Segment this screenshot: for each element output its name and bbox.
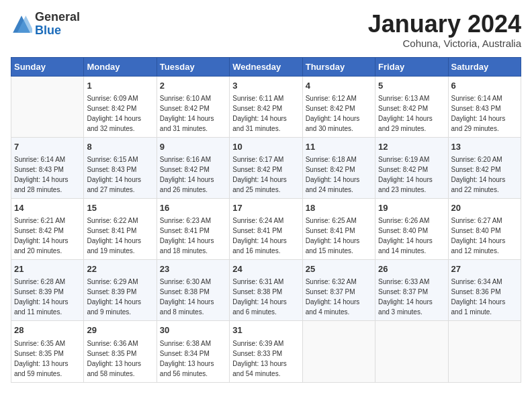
day-number: 29	[87, 324, 153, 336]
day-info: Sunrise: 6:12 AMSunset: 8:42 PMDaylight:…	[306, 93, 372, 134]
day-number: 11	[306, 141, 372, 153]
day-info: Sunrise: 6:26 AMSunset: 8:40 PMDaylight:…	[378, 216, 445, 256]
day-number: 22	[87, 263, 153, 275]
calendar-table: SundayMondayTuesdayWednesdayThursdayFrid…	[11, 57, 521, 383]
day-number: 17	[232, 202, 299, 214]
calendar-cell: 6Sunrise: 6:14 AMSunset: 8:43 PMDaylight…	[448, 76, 521, 137]
calendar-cell: 8Sunrise: 6:15 AMSunset: 8:43 PMDaylight…	[84, 137, 157, 198]
day-info: Sunrise: 6:39 AMSunset: 8:33 PMDaylight:…	[232, 338, 299, 379]
calendar-cell: 24Sunrise: 6:31 AMSunset: 8:38 PMDayligh…	[230, 260, 302, 321]
day-info: Sunrise: 6:24 AMSunset: 8:41 PMDaylight:…	[232, 216, 299, 256]
day-number: 31	[232, 324, 299, 336]
logo-blue: Blue	[35, 24, 61, 37]
calendar-cell	[448, 321, 521, 382]
calendar-cell: 11Sunrise: 6:18 AMSunset: 8:42 PMDayligh…	[302, 137, 375, 198]
calendar-cell	[11, 76, 84, 137]
day-info: Sunrise: 6:11 AMSunset: 8:42 PMDaylight:…	[232, 93, 299, 134]
calendar-cell: 22Sunrise: 6:29 AMSunset: 8:39 PMDayligh…	[84, 260, 157, 321]
day-info: Sunrise: 6:35 AMSunset: 8:35 PMDaylight:…	[14, 338, 81, 379]
calendar-cell: 26Sunrise: 6:33 AMSunset: 8:37 PMDayligh…	[375, 260, 448, 321]
day-info: Sunrise: 6:10 AMSunset: 8:42 PMDaylight:…	[160, 93, 226, 134]
day-number: 19	[378, 202, 445, 214]
calendar-cell: 4Sunrise: 6:12 AMSunset: 8:42 PMDaylight…	[302, 76, 375, 137]
day-info: Sunrise: 6:18 AMSunset: 8:42 PMDaylight:…	[306, 154, 372, 195]
day-number: 30	[160, 324, 226, 336]
day-number: 1	[87, 80, 153, 92]
title-block: January 2024 Cohuna, Victoria, Australia	[368, 11, 521, 49]
day-number: 27	[451, 263, 518, 275]
calendar-cell: 10Sunrise: 6:17 AMSunset: 8:42 PMDayligh…	[230, 137, 302, 198]
day-number: 8	[87, 141, 153, 153]
logo-icon	[11, 13, 32, 35]
calendar-cell: 28Sunrise: 6:35 AMSunset: 8:35 PMDayligh…	[11, 321, 84, 382]
day-info: Sunrise: 6:23 AMSunset: 8:41 PMDaylight:…	[160, 216, 226, 256]
week-row-5: 28Sunrise: 6:35 AMSunset: 8:35 PMDayligh…	[11, 321, 521, 382]
calendar-cell: 17Sunrise: 6:24 AMSunset: 8:41 PMDayligh…	[230, 198, 302, 259]
day-number: 7	[14, 141, 81, 153]
weekday-header-friday: Friday	[375, 57, 448, 76]
calendar-cell: 16Sunrise: 6:23 AMSunset: 8:41 PMDayligh…	[157, 198, 229, 259]
logo: General Blue	[11, 11, 80, 38]
day-info: Sunrise: 6:34 AMSunset: 8:36 PMDaylight:…	[451, 277, 518, 317]
calendar-cell: 23Sunrise: 6:30 AMSunset: 8:38 PMDayligh…	[157, 260, 229, 321]
week-row-4: 21Sunrise: 6:28 AMSunset: 8:39 PMDayligh…	[11, 260, 521, 321]
location: Cohuna, Victoria, Australia	[368, 38, 521, 49]
calendar-cell: 25Sunrise: 6:32 AMSunset: 8:37 PMDayligh…	[302, 260, 375, 321]
day-info: Sunrise: 6:20 AMSunset: 8:42 PMDaylight:…	[451, 154, 518, 195]
calendar-cell: 21Sunrise: 6:28 AMSunset: 8:39 PMDayligh…	[11, 260, 84, 321]
day-number: 25	[306, 263, 372, 275]
day-info: Sunrise: 6:19 AMSunset: 8:42 PMDaylight:…	[378, 154, 445, 195]
calendar-cell: 9Sunrise: 6:16 AMSunset: 8:42 PMDaylight…	[157, 137, 229, 198]
day-info: Sunrise: 6:13 AMSunset: 8:42 PMDaylight:…	[378, 93, 445, 134]
calendar-cell: 3Sunrise: 6:11 AMSunset: 8:42 PMDaylight…	[230, 76, 302, 137]
day-number: 13	[451, 141, 518, 153]
day-info: Sunrise: 6:25 AMSunset: 8:41 PMDaylight:…	[306, 216, 372, 256]
day-info: Sunrise: 6:14 AMSunset: 8:43 PMDaylight:…	[14, 154, 81, 195]
day-number: 23	[160, 263, 226, 275]
day-info: Sunrise: 6:38 AMSunset: 8:34 PMDaylight:…	[160, 338, 226, 379]
calendar-cell: 12Sunrise: 6:19 AMSunset: 8:42 PMDayligh…	[375, 137, 448, 198]
day-info: Sunrise: 6:30 AMSunset: 8:38 PMDaylight:…	[160, 277, 226, 317]
day-number: 12	[378, 141, 445, 153]
calendar-cell: 2Sunrise: 6:10 AMSunset: 8:42 PMDaylight…	[157, 76, 229, 137]
day-number: 21	[14, 263, 81, 275]
day-info: Sunrise: 6:14 AMSunset: 8:43 PMDaylight:…	[451, 93, 518, 134]
calendar-cell: 29Sunrise: 6:36 AMSunset: 8:35 PMDayligh…	[84, 321, 157, 382]
weekday-header-tuesday: Tuesday	[157, 57, 229, 76]
day-number: 18	[306, 202, 372, 214]
weekday-header-wednesday: Wednesday	[230, 57, 302, 76]
day-info: Sunrise: 6:33 AMSunset: 8:37 PMDaylight:…	[378, 277, 445, 317]
calendar-cell: 30Sunrise: 6:38 AMSunset: 8:34 PMDayligh…	[157, 321, 229, 382]
day-number: 24	[232, 263, 299, 275]
logo-text: General Blue	[35, 11, 80, 38]
day-number: 4	[306, 80, 372, 92]
day-info: Sunrise: 6:32 AMSunset: 8:37 PMDaylight:…	[306, 277, 372, 317]
calendar-cell: 7Sunrise: 6:14 AMSunset: 8:43 PMDaylight…	[11, 137, 84, 198]
calendar-cell	[302, 321, 375, 382]
day-number: 3	[232, 80, 299, 92]
day-number: 15	[87, 202, 153, 214]
calendar-cell	[375, 321, 448, 382]
page-header: General Blue January 2024 Cohuna, Victor…	[11, 11, 521, 49]
weekday-header-thursday: Thursday	[302, 57, 375, 76]
day-number: 6	[451, 80, 518, 92]
day-info: Sunrise: 6:15 AMSunset: 8:43 PMDaylight:…	[87, 154, 153, 195]
weekday-header-sunday: Sunday	[11, 57, 84, 76]
day-number: 9	[160, 141, 226, 153]
calendar-cell: 5Sunrise: 6:13 AMSunset: 8:42 PMDaylight…	[375, 76, 448, 137]
weekday-header-saturday: Saturday	[448, 57, 521, 76]
calendar-cell: 15Sunrise: 6:22 AMSunset: 8:41 PMDayligh…	[84, 198, 157, 259]
calendar-cell: 27Sunrise: 6:34 AMSunset: 8:36 PMDayligh…	[448, 260, 521, 321]
day-info: Sunrise: 6:22 AMSunset: 8:41 PMDaylight:…	[87, 216, 153, 256]
day-info: Sunrise: 6:21 AMSunset: 8:42 PMDaylight:…	[14, 216, 81, 256]
day-info: Sunrise: 6:28 AMSunset: 8:39 PMDaylight:…	[14, 277, 81, 317]
calendar-cell: 18Sunrise: 6:25 AMSunset: 8:41 PMDayligh…	[302, 198, 375, 259]
month-title: January 2024	[368, 11, 521, 38]
weekday-header-monday: Monday	[84, 57, 157, 76]
day-number: 2	[160, 80, 226, 92]
day-info: Sunrise: 6:36 AMSunset: 8:35 PMDaylight:…	[87, 338, 153, 379]
week-row-2: 7Sunrise: 6:14 AMSunset: 8:43 PMDaylight…	[11, 137, 521, 198]
day-info: Sunrise: 6:29 AMSunset: 8:39 PMDaylight:…	[87, 277, 153, 317]
day-number: 14	[14, 202, 81, 214]
calendar-cell: 13Sunrise: 6:20 AMSunset: 8:42 PMDayligh…	[448, 137, 521, 198]
